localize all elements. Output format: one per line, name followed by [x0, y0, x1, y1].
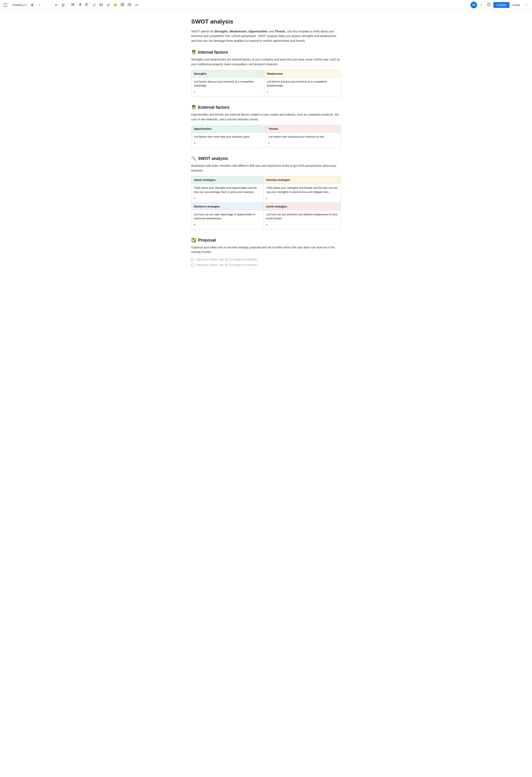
app-logo[interactable] — [2, 2, 8, 8]
avoid-bullet[interactable] — [270, 222, 338, 227]
section-swot-desc: Brainstorm with team members with differ… — [191, 163, 341, 173]
close-button[interactable]: Close — [511, 2, 522, 8]
svg-rect-23 — [128, 3, 129, 6]
toolbar-right: CK + Publish Close ··· — [471, 2, 530, 8]
task-list-icon — [86, 3, 89, 7]
svg-rect-15 — [86, 5, 87, 6]
threats-header: Threats — [266, 125, 341, 133]
svg-rect-4 — [72, 4, 74, 5]
reinforce-header: Reinforce strategies — [191, 203, 264, 210]
document-title: SWOT analysis — [191, 18, 341, 25]
internal-table: Strengths Weaknesses List factors that p… — [191, 70, 341, 97]
chevron-down-icon-align: ▾ — [56, 4, 57, 6]
strengths-cell[interactable]: List factors that put your business at a… — [191, 77, 264, 96]
checklist-checkbox-1[interactable] — [191, 258, 194, 261]
svg-text:3.: 3. — [79, 5, 79, 6]
swot-icon: 🔍 — [191, 156, 196, 161]
italic-button[interactable]: I — [36, 2, 42, 8]
proposal-heading: ✅ Proposal — [191, 238, 341, 243]
more-format-button[interactable]: ··· — [43, 2, 49, 8]
svg-point-18 — [100, 4, 101, 5]
avoid-cell[interactable]: List how can you prioritize and address … — [264, 210, 341, 229]
insert-more-button[interactable]: + ▾ — [133, 2, 140, 8]
reinforce-cell[interactable]: List how can you take advantage of oppor… — [191, 210, 264, 229]
strengths-bullet[interactable] — [197, 89, 262, 94]
bold-button[interactable]: B — [29, 2, 35, 8]
svg-point-1 — [72, 4, 72, 4]
task-list-button[interactable] — [84, 2, 90, 8]
table-icon — [121, 3, 124, 7]
columns-icon — [128, 3, 131, 7]
content-area: SWOT analysis SWOT stands for Strengths,… — [187, 10, 345, 292]
weaknesses-bullet[interactable] — [270, 89, 338, 94]
bullet-list-button[interactable] — [70, 2, 76, 8]
svg-rect-6 — [72, 5, 74, 6]
reinforce-bullet[interactable] — [197, 222, 261, 227]
heading-selector-label: Heading 2 — [12, 3, 25, 6]
svg-rect-24 — [130, 3, 131, 6]
section-external: 🧑‍💼 External factors Opportunities and t… — [191, 105, 341, 147]
section-internal-desc: Strengths and weaknesses are internal fa… — [191, 57, 341, 67]
section-external-heading: 🧑‍💼 External factors — [191, 105, 341, 110]
opportunities-cell[interactable]: List factors that could help your busine… — [191, 133, 266, 147]
svg-rect-16 — [87, 5, 88, 6]
develop-header: Develop strategies — [264, 176, 341, 184]
svg-rect-12 — [80, 5, 81, 6]
add-collaborator-button[interactable]: + — [479, 2, 484, 8]
svg-rect-17 — [100, 3, 103, 6]
checklist-checkbox-2[interactable] — [191, 263, 194, 266]
ordered-list-button[interactable]: 1.2.3. — [77, 2, 83, 8]
align-icon: ≡ — [55, 3, 56, 7]
checklist-label-1[interactable]: Type your action, use '@' to assign to s… — [196, 258, 258, 261]
strengths-header: Strengths — [191, 70, 264, 77]
table-button[interactable] — [119, 2, 126, 8]
text-color-icon: A — [62, 3, 63, 7]
checklist-label-2[interactable]: Type your action, use '@' to assign to s… — [196, 263, 258, 266]
link-icon: 🔗 — [93, 3, 96, 7]
develop-cell[interactable]: Think about your strengths and threats a… — [264, 184, 341, 203]
history-button[interactable] — [486, 2, 492, 8]
opportunities-bullet[interactable] — [197, 140, 263, 145]
weaknesses-header: Weaknesses — [264, 70, 341, 77]
divider-1 — [51, 2, 51, 7]
insert-more-icon: + — [135, 3, 137, 7]
develop-bullet[interactable] — [270, 196, 338, 201]
publish-button[interactable]: Publish — [493, 2, 510, 8]
document-intro: SWOT stands for Strengths, Weaknesses, O… — [191, 29, 341, 43]
link-button[interactable]: 🔗 — [91, 2, 97, 8]
bullet-list-icon — [71, 3, 75, 7]
align-button[interactable]: ≡ ▾ — [53, 2, 59, 8]
weaknesses-cell[interactable]: List factors that put your business at a… — [264, 77, 341, 96]
chevron-down-icon-color: ▾ — [63, 4, 64, 6]
emoji-button[interactable]: 🙂 — [112, 2, 118, 8]
proposal-icon: ✅ — [191, 238, 196, 243]
heading-selector[interactable]: Heading 2 ▾ — [11, 2, 28, 7]
internal-icon: 🧑‍💼 — [191, 50, 196, 55]
columns-button[interactable] — [126, 2, 133, 8]
ordered-list-icon: 1.2.3. — [78, 3, 82, 7]
threats-bullet[interactable] — [272, 140, 338, 145]
toolbar: Heading 2 ▾ B I ··· ≡ ▾ A ▾ 1.2.3. 🔗 — [0, 0, 532, 10]
external-table: Opportunities Threats List factors that … — [191, 125, 341, 147]
chevron-down-icon: ▾ — [25, 4, 27, 6]
opportunities-header: Opportunities — [191, 125, 266, 133]
image-icon — [100, 3, 103, 7]
text-color-button[interactable]: A ▾ — [60, 2, 66, 8]
mention-icon: @ — [107, 3, 110, 6]
svg-point-3 — [72, 4, 72, 5]
section-proposal: ✅ Proposal Organize your ideas into a co… — [191, 238, 341, 266]
mention-button[interactable]: @ — [105, 2, 111, 8]
image-button[interactable] — [98, 2, 104, 8]
history-icon — [487, 3, 491, 7]
svg-rect-8 — [80, 4, 81, 4]
section-swot-heading: 🔍 SWOT analysis — [191, 156, 341, 161]
attack-bullet[interactable] — [197, 196, 261, 201]
threats-cell[interactable]: List factors that could put your busines… — [266, 133, 341, 147]
svg-point-5 — [72, 5, 72, 6]
external-icon: 🧑‍💼 — [191, 105, 196, 110]
section-internal: 🧑‍💼 Internal factors Strengths and weakn… — [191, 50, 341, 96]
user-avatar[interactable]: CK — [471, 2, 477, 8]
attack-cell[interactable]: Think about your strengths and opportuni… — [191, 184, 264, 203]
more-options-button[interactable]: ··· — [523, 2, 530, 8]
section-external-desc: Opportunities and threats are external f… — [191, 112, 341, 122]
